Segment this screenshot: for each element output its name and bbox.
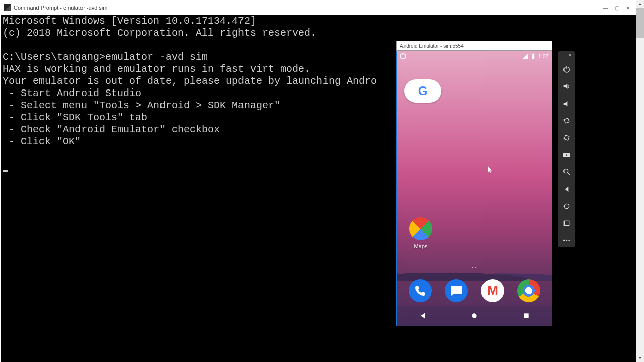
signal-icon <box>522 53 528 59</box>
svg-point-0 <box>472 313 476 318</box>
emulator-toolbar: – ✕ <box>558 51 575 247</box>
cmd-line: - Click "SDK Tools" tab <box>3 112 147 123</box>
android-status-bar[interactable]: 1:07 <box>397 51 552 61</box>
volume-up-button[interactable] <box>561 81 572 92</box>
cmd-line: - Select menu "Tools > Android > SDK Man… <box>3 100 280 111</box>
scroll-down-arrow-icon[interactable]: ▼ <box>636 354 644 362</box>
svg-point-14 <box>568 240 570 241</box>
cmd-line: Microsoft Windows [Version 10.0.17134.47… <box>3 15 256 27</box>
emulator-screen[interactable]: 1:07 G Maps ︿ M <box>396 51 552 326</box>
svg-point-10 <box>564 204 569 208</box>
power-button[interactable] <box>561 64 572 74</box>
maps-icon <box>409 217 432 240</box>
svg-rect-1 <box>524 313 528 318</box>
screenshot-button[interactable] <box>561 150 572 160</box>
cmd-icon <box>4 4 11 11</box>
emulator-minimize-button[interactable]: – <box>561 53 565 57</box>
scroll-up-arrow-icon[interactable]: ▲ <box>636 0 644 8</box>
android-emulator-window: Android Emulator - sim:5554 1:07 G Maps … <box>396 41 552 326</box>
battery-icon <box>530 53 536 59</box>
emulator-titlebar[interactable]: Android Emulator - sim:5554 <box>396 41 552 51</box>
maps-app-shortcut[interactable]: Maps <box>404 217 437 249</box>
messages-app[interactable] <box>445 279 468 302</box>
cmd-line: C:\Users\tangang>emulator -avd sim <box>3 51 208 63</box>
svg-rect-5 <box>564 135 569 140</box>
scrollbar-thumb[interactable] <box>636 8 644 38</box>
nav-back-button[interactable] <box>419 312 427 320</box>
zoom-button[interactable] <box>561 167 572 177</box>
cmd-close-button[interactable]: ✕ <box>622 4 633 12</box>
cmd-line: - Start Android Studio <box>3 87 141 99</box>
toolbar-overview-button[interactable] <box>561 218 572 228</box>
volume-down-button[interactable] <box>561 99 572 109</box>
android-nav-bar <box>397 306 552 326</box>
chrome-app[interactable] <box>517 279 540 302</box>
cmd-line: - Click "OK" <box>3 136 81 147</box>
svg-line-9 <box>568 173 570 175</box>
emulator-title: Android Emulator - sim:5554 <box>400 43 464 49</box>
page-scrollbar[interactable]: ▲ ▼ <box>636 0 644 362</box>
google-search-widget[interactable]: G <box>404 79 441 103</box>
dock: M <box>397 276 552 306</box>
cmd-line: - Check "Android Emulator" checkbox <box>3 124 220 135</box>
rotate-right-button[interactable] <box>561 133 572 143</box>
svg-point-7 <box>566 154 568 156</box>
status-clock: 1:07 <box>538 53 549 59</box>
toolbar-back-button[interactable] <box>561 184 572 194</box>
cmd-cursor <box>3 170 8 172</box>
svg-rect-11 <box>564 221 569 225</box>
cmd-minimize-button[interactable]: — <box>600 4 611 12</box>
gmail-m-icon: M <box>487 283 498 298</box>
gmail-app[interactable]: M <box>481 279 504 302</box>
phone-app[interactable] <box>409 279 432 302</box>
toolbar-home-button[interactable] <box>561 201 572 211</box>
svg-rect-4 <box>564 118 569 123</box>
cmd-line: (c) 2018 Microsoft Corporation. All righ… <box>3 27 316 39</box>
nav-home-button[interactable] <box>470 312 478 320</box>
svg-point-12 <box>564 240 565 241</box>
emulator-close-button[interactable]: ✕ <box>568 53 572 57</box>
cmd-titlebar[interactable]: Command Prompt - emulator -avd sim — ▢ ✕ <box>1 1 636 15</box>
svg-point-8 <box>564 169 568 173</box>
rotate-left-button[interactable] <box>561 116 572 126</box>
cmd-line: Your emulator is out of date, please upd… <box>3 75 377 87</box>
cmd-title: Command Prompt - emulator -avd sim <box>14 5 107 11</box>
cmd-line: HAX is working and emulator runs in fast… <box>3 63 310 75</box>
status-notification-icon <box>400 53 406 59</box>
maps-label: Maps <box>404 243 437 249</box>
svg-point-13 <box>566 240 568 241</box>
toolbar-more-button[interactable] <box>561 235 572 245</box>
nav-overview-button[interactable] <box>522 312 530 320</box>
google-logo-icon: G <box>418 84 428 98</box>
cmd-maximize-button[interactable]: ▢ <box>611 4 622 12</box>
